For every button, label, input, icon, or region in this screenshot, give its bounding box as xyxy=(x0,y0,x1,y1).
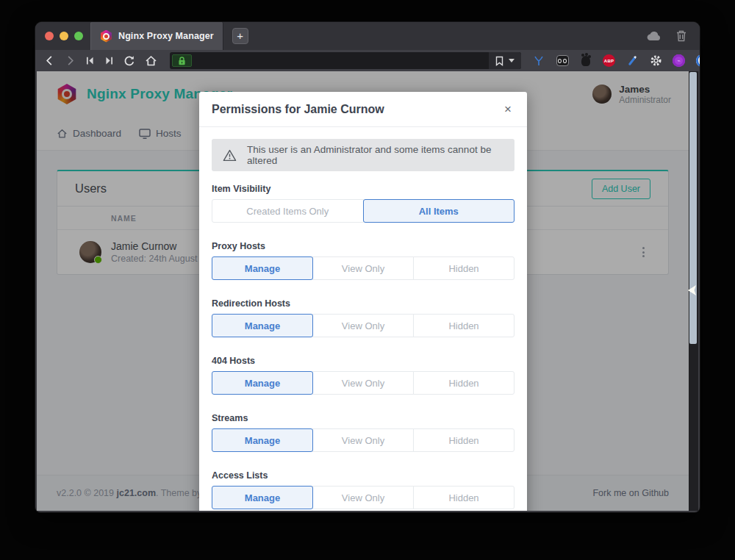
permission-option-button[interactable]: Created Items Only xyxy=(212,199,364,223)
permission-option-group: Manage View Only Hidden xyxy=(212,256,514,280)
minimize-icon[interactable] xyxy=(60,32,68,40)
bookmark-menu[interactable] xyxy=(489,52,521,69)
trash-icon[interactable] xyxy=(676,30,686,42)
permission-option-button[interactable]: Manage xyxy=(212,256,313,280)
skip-forward-icon[interactable] xyxy=(104,56,114,65)
permission-option-group: Created Items Only All Items xyxy=(212,199,514,223)
permission-section: Redirection Hosts Manage View Only Hidde… xyxy=(212,298,514,337)
close-icon[interactable]: × xyxy=(501,101,514,117)
home-icon[interactable] xyxy=(145,55,157,67)
permission-section: Streams Manage View Only Hidden xyxy=(212,412,514,452)
permission-option-button[interactable]: Hidden xyxy=(413,314,514,337)
permission-option-button[interactable]: Manage xyxy=(212,486,313,509)
permission-section: Access Lists Manage View Only Hidden xyxy=(212,470,514,509)
permission-section-label: 404 Hosts xyxy=(212,355,514,367)
browser-tab[interactable]: Nginx Proxy Manager xyxy=(90,22,223,50)
permission-option-button[interactable]: Hidden xyxy=(413,486,514,509)
web-viewport: Nginx Proxy Manager James Administrator … xyxy=(37,71,698,511)
favicon-npm-icon xyxy=(100,30,112,43)
permission-section: Item Visibility Created Items Only All I… xyxy=(212,183,514,223)
permissions-modal: Permissions for Jamie Curnow × This user… xyxy=(199,92,527,511)
scrollbar-thumb[interactable] xyxy=(689,72,697,344)
gear-extension-icon[interactable] xyxy=(649,54,662,68)
mask-extension-icon[interactable] xyxy=(556,54,569,68)
skip-back-icon[interactable] xyxy=(85,56,95,65)
permission-section-label: Streams xyxy=(212,412,514,424)
permission-sections: Item Visibility Created Items Only All I… xyxy=(212,183,514,509)
permission-section: 404 Hosts Manage View Only Hidden xyxy=(212,355,514,395)
gnome-foot-extension-icon[interactable] xyxy=(579,54,592,68)
window-controls xyxy=(45,32,83,40)
permission-section-label: Redirection Hosts xyxy=(212,298,514,309)
caret-down-icon[interactable] xyxy=(509,59,514,62)
permission-option-button[interactable]: Manage xyxy=(212,314,313,337)
permission-option-button[interactable]: View Only xyxy=(312,256,414,280)
permission-section-label: Proxy Hosts xyxy=(212,240,514,252)
zoom-icon[interactable] xyxy=(74,32,83,40)
tab-title: Nginx Proxy Manager xyxy=(118,31,214,41)
fork-extension-icon[interactable] xyxy=(532,54,545,68)
extension-icons: ABP ⌁ xyxy=(532,54,700,68)
permission-option-button[interactable]: Hidden xyxy=(413,428,514,452)
permission-option-button[interactable]: Manage xyxy=(212,428,313,452)
screenshot-stage: Nginx Proxy Manager + xyxy=(0,0,735,560)
gauge-extension-icon[interactable] xyxy=(695,54,700,68)
browser-window: Nginx Proxy Manager + xyxy=(35,22,700,512)
pen-extension-icon[interactable] xyxy=(625,54,639,68)
permission-option-button[interactable]: View Only xyxy=(312,371,414,395)
warning-triangle-icon xyxy=(223,149,237,162)
browser-tab-bar: Nginx Proxy Manager + xyxy=(35,22,700,50)
adblock-plus-icon[interactable]: ABP xyxy=(603,54,615,67)
permission-option-button[interactable]: View Only xyxy=(312,314,414,337)
alert-text: This user is an Administrator and some i… xyxy=(247,144,503,166)
permission-option-button[interactable]: Manage xyxy=(212,371,313,395)
green-padlock-icon[interactable] xyxy=(172,54,192,67)
forward-icon[interactable] xyxy=(65,55,76,66)
close-icon[interactable] xyxy=(45,32,54,40)
bookmark-icon[interactable] xyxy=(495,56,503,66)
permission-option-group: Manage View Only Hidden xyxy=(212,486,514,509)
permission-option-group: Manage View Only Hidden xyxy=(212,428,514,452)
purple-extension-icon[interactable]: ⌁ xyxy=(673,54,685,67)
permission-option-group: Manage View Only Hidden xyxy=(212,371,514,395)
permission-option-button[interactable]: View Only xyxy=(312,486,414,509)
refresh-icon[interactable] xyxy=(123,55,135,67)
permission-option-button[interactable]: All Items xyxy=(363,199,515,223)
permission-option-group: Manage View Only Hidden xyxy=(212,314,514,337)
modal-title: Permissions for Jamie Curnow xyxy=(212,103,384,116)
back-icon[interactable] xyxy=(44,55,55,66)
browser-toolbar: ABP ⌁ xyxy=(35,50,700,71)
permission-section-label: Item Visibility xyxy=(212,183,514,195)
permission-option-button[interactable]: Hidden xyxy=(413,256,514,280)
permission-option-button[interactable]: View Only xyxy=(312,428,414,452)
permission-section: Proxy Hosts Manage View Only Hidden xyxy=(212,240,514,280)
url-bar[interactable] xyxy=(170,52,521,69)
permission-option-button[interactable]: Hidden xyxy=(413,371,514,395)
permission-section-label: Access Lists xyxy=(212,470,514,481)
new-tab-button[interactable]: + xyxy=(232,28,248,44)
admin-warning-alert: This user is an Administrator and some i… xyxy=(212,139,514,171)
cloud-icon[interactable] xyxy=(647,31,662,41)
